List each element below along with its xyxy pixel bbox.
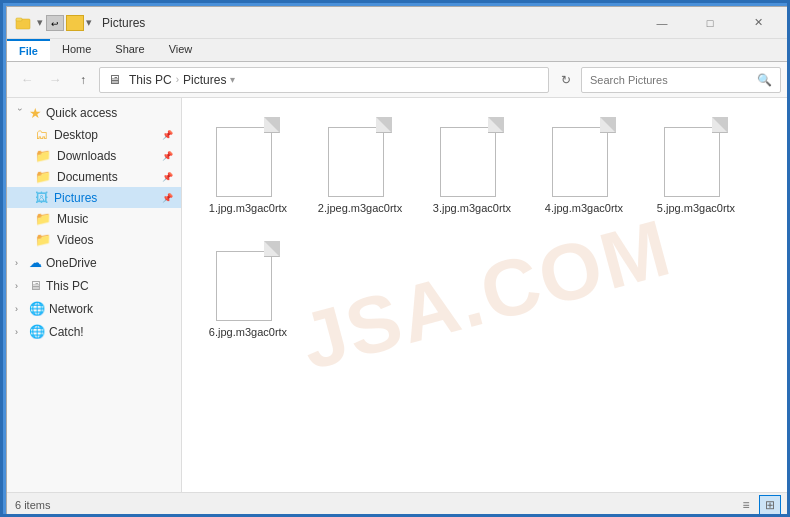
view-large-icons-button[interactable]: ⊞ [759, 495, 781, 515]
minimize-button[interactable]: — [639, 8, 685, 38]
pictures-folder-icon: 🖼 [35, 190, 48, 205]
doc-fold [376, 117, 392, 133]
file-name: 3.jpg.m3gac0rtx [433, 201, 511, 215]
file-item[interactable]: 5.jpg.m3gac0rtx [646, 110, 746, 222]
addr-dropdown-btn[interactable]: ▾ [230, 74, 235, 85]
file-name: 2.jpeg.m3gac0rtx [318, 201, 402, 215]
pin-icon-pictures: 📌 [162, 193, 173, 203]
sidebar-item-pictures[interactable]: 🖼 Pictures 📌 [7, 187, 181, 208]
doc-fold [600, 117, 616, 133]
sidebar-section-quickaccess: › ★ Quick access 🗂 Desktop 📌 📁 Downloads… [7, 102, 181, 250]
sidebar-item-downloads[interactable]: 📁 Downloads 📌 [7, 145, 181, 166]
tab-home[interactable]: Home [50, 39, 103, 61]
file-doc-icon [440, 117, 504, 197]
chevron-onedrive-icon: › [15, 258, 25, 268]
maximize-button[interactable]: □ [687, 8, 733, 38]
file-doc-icon [216, 241, 280, 321]
addr-thispc[interactable]: This PC [129, 73, 172, 87]
chevron-icon: › [15, 108, 25, 118]
address-bar[interactable]: 🖥 This PC › Pictures ▾ [99, 67, 549, 93]
doc-fold [712, 117, 728, 133]
file-name: 5.jpg.m3gac0rtx [657, 201, 735, 215]
refresh-button[interactable]: ↻ [555, 69, 577, 91]
file-grid: 1.jpg.m3gac0rtx 2.jpeg.m3gac0rtx 3.jpg.m… [198, 110, 773, 347]
downloads-folder-icon: 📁 [35, 148, 51, 163]
view-list-button[interactable]: ≡ [735, 495, 757, 515]
sidebar-header-onedrive[interactable]: › ☁ OneDrive [7, 252, 181, 273]
catch-icon: 🌐 [29, 324, 45, 339]
status-bar: 6 items ≡ ⊞ [7, 492, 789, 516]
network-icon: 🌐 [29, 301, 45, 316]
sidebar-item-desktop[interactable]: 🗂 Desktop 📌 [7, 124, 181, 145]
file-doc-icon [328, 117, 392, 197]
sidebar-item-videos[interactable]: 📁 Videos [7, 229, 181, 250]
sidebar-header-thispc[interactable]: › 🖥 This PC [7, 275, 181, 296]
sidebar-catch-label: Catch! [49, 325, 84, 339]
window: ▾ ↩ ▾ Pictures — □ ✕ File Home Share Vie… [6, 6, 790, 517]
sidebar-documents-label: Documents [57, 170, 118, 184]
doc-body [664, 127, 720, 197]
sidebar-videos-label: Videos [57, 233, 93, 247]
desktop-folder-icon: 🗂 [35, 127, 48, 142]
addr-pictures[interactable]: Pictures [183, 73, 226, 87]
doc-body [440, 127, 496, 197]
pin-icon: 📌 [162, 130, 173, 140]
chevron-thispc-icon: › [15, 281, 25, 291]
sidebar-header-network[interactable]: › 🌐 Network [7, 298, 181, 319]
file-doc-icon [664, 117, 728, 197]
file-name: 6.jpg.m3gac0rtx [209, 325, 287, 339]
up-button[interactable]: ↑ [71, 68, 95, 92]
file-doc-icon [552, 117, 616, 197]
sidebar-section-onedrive: › ☁ OneDrive [7, 252, 181, 273]
onedrive-cloud-icon: ☁ [29, 255, 42, 270]
tab-view[interactable]: View [157, 39, 205, 61]
sidebar-header-quickaccess[interactable]: › ★ Quick access [7, 102, 181, 124]
sidebar-section-network: › 🌐 Network [7, 298, 181, 319]
sidebar: › ★ Quick access 🗂 Desktop 📌 📁 Downloads… [7, 98, 182, 492]
doc-fold [488, 117, 504, 133]
window-title: Pictures [102, 16, 639, 30]
window-icon [15, 15, 31, 31]
music-folder-icon: 📁 [35, 211, 51, 226]
forward-button[interactable]: → [43, 68, 67, 92]
back-button[interactable]: ← [15, 68, 39, 92]
documents-folder-icon: 📁 [35, 169, 51, 184]
sidebar-desktop-label: Desktop [54, 128, 98, 142]
doc-fold [264, 117, 280, 133]
sidebar-downloads-label: Downloads [57, 149, 116, 163]
sidebar-item-music[interactable]: 📁 Music [7, 208, 181, 229]
title-bar: ▾ ↩ ▾ Pictures — □ ✕ [7, 7, 789, 39]
file-doc-icon [216, 117, 280, 197]
file-item[interactable]: 1.jpg.m3gac0rtx [198, 110, 298, 222]
sidebar-header-catch[interactable]: › 🌐 Catch! [7, 321, 181, 342]
file-name: 4.jpg.m3gac0rtx [545, 201, 623, 215]
file-item[interactable]: 3.jpg.m3gac0rtx [422, 110, 522, 222]
sidebar-item-documents[interactable]: 📁 Documents 📌 [7, 166, 181, 187]
pin-icon-downloads: 📌 [162, 151, 173, 161]
doc-body [216, 127, 272, 197]
thispc-computer-icon: 🖥 [29, 278, 42, 293]
tab-share[interactable]: Share [103, 39, 156, 61]
search-bar: 🔍 [581, 67, 781, 93]
sidebar-thispc-label: This PC [46, 279, 89, 293]
search-input[interactable] [590, 74, 753, 86]
doc-body [552, 127, 608, 197]
chevron-catch-icon: › [15, 327, 25, 337]
svg-rect-1 [16, 18, 22, 21]
doc-fold [264, 241, 280, 257]
file-item[interactable]: 2.jpeg.m3gac0rtx [310, 110, 410, 222]
close-button[interactable]: ✕ [735, 8, 781, 38]
sidebar-section-thispc: › 🖥 This PC [7, 275, 181, 296]
pin-icon-documents: 📌 [162, 172, 173, 182]
file-item[interactable]: 6.jpg.m3gac0rtx [198, 234, 298, 346]
tab-file[interactable]: File [7, 39, 50, 61]
sidebar-onedrive-label: OneDrive [46, 256, 97, 270]
file-item[interactable]: 4.jpg.m3gac0rtx [534, 110, 634, 222]
sidebar-network-label: Network [49, 302, 93, 316]
title-bar-controls: — □ ✕ [639, 8, 781, 38]
sidebar-quickaccess-label: Quick access [46, 106, 117, 120]
sidebar-music-label: Music [57, 212, 88, 226]
chevron-network-icon: › [15, 304, 25, 314]
main-area: › ★ Quick access 🗂 Desktop 📌 📁 Downloads… [7, 98, 789, 492]
status-count: 6 items [15, 499, 50, 511]
